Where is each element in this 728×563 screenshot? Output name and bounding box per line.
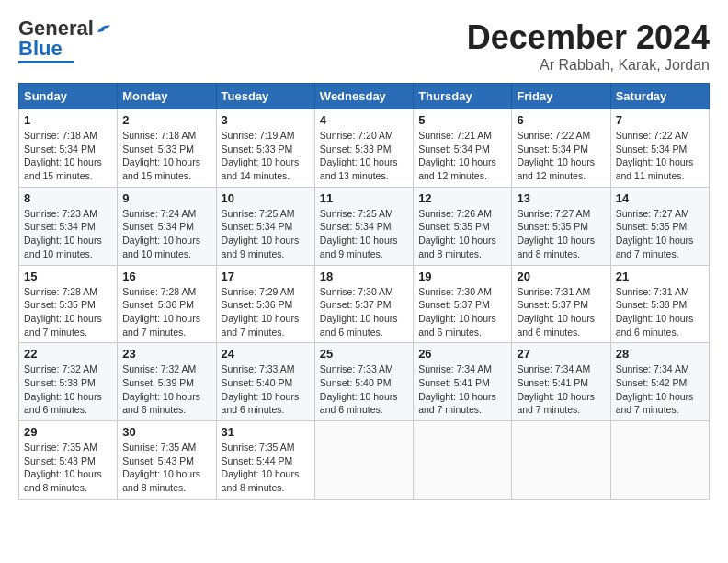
- calendar-day-cell: 31 Sunrise: 7:35 AM Sunset: 5:44 PM Dayl…: [216, 421, 314, 500]
- day-info: Sunrise: 7:27 AM Sunset: 5:35 PM Dayligh…: [517, 207, 605, 261]
- calendar-day-cell: 24 Sunrise: 7:33 AM Sunset: 5:40 PM Dayl…: [216, 343, 314, 421]
- day-info: Sunrise: 7:31 AM Sunset: 5:37 PM Dayligh…: [517, 285, 605, 339]
- day-number: 1: [24, 113, 112, 127]
- logo: General Blue: [18, 18, 112, 63]
- sunrise-label: Sunrise: 7:30 AM: [418, 286, 492, 297]
- sunset-label: Sunset: 5:35 PM: [24, 299, 96, 310]
- day-number: 21: [616, 270, 704, 283]
- daylight-label: Daylight: 10 hours and 6 minutes.: [320, 391, 398, 416]
- day-number: 31: [222, 425, 310, 439]
- day-number: 26: [418, 347, 506, 361]
- sunset-label: Sunset: 5:39 PM: [122, 377, 194, 388]
- calendar-day-cell: 30 Sunrise: 7:35 AM Sunset: 5:43 PM Dayl…: [118, 421, 216, 500]
- day-info: Sunrise: 7:34 AM Sunset: 5:41 PM Dayligh…: [517, 362, 605, 417]
- calendar-day-cell: 28 Sunrise: 7:34 AM Sunset: 5:42 PM Dayl…: [610, 343, 709, 421]
- day-info: Sunrise: 7:29 AM Sunset: 5:36 PM Dayligh…: [222, 285, 310, 339]
- daylight-label: Daylight: 10 hours and 8 minutes.: [222, 468, 300, 493]
- calendar-week-row: 1 Sunrise: 7:18 AM Sunset: 5:34 PM Dayli…: [19, 109, 710, 188]
- day-number: 7: [616, 113, 704, 127]
- day-info: Sunrise: 7:33 AM Sunset: 5:40 PM Dayligh…: [320, 362, 408, 417]
- day-number: 3: [222, 113, 310, 127]
- sunset-label: Sunset: 5:34 PM: [222, 221, 293, 232]
- title-section: December 2024 Ar Rabbah, Karak, Jordan: [467, 18, 710, 74]
- logo-underline: [18, 61, 74, 63]
- daylight-label: Daylight: 10 hours and 8 minutes.: [122, 468, 200, 493]
- day-number: 15: [24, 270, 112, 283]
- sunrise-label: Sunrise: 7:32 AM: [122, 363, 196, 374]
- day-number: 20: [517, 270, 605, 283]
- daylight-label: Daylight: 10 hours and 6 minutes.: [320, 313, 398, 338]
- day-info: Sunrise: 7:22 AM Sunset: 5:34 PM Dayligh…: [616, 129, 704, 183]
- sunrise-label: Sunrise: 7:35 AM: [222, 442, 295, 453]
- day-info: Sunrise: 7:20 AM Sunset: 5:33 PM Dayligh…: [320, 129, 408, 183]
- sunrise-label: Sunrise: 7:31 AM: [616, 286, 689, 297]
- sunrise-label: Sunrise: 7:34 AM: [418, 363, 492, 374]
- sunset-label: Sunset: 5:33 PM: [222, 144, 293, 155]
- calendar-day-cell: 9 Sunrise: 7:24 AM Sunset: 5:34 PM Dayli…: [118, 187, 216, 265]
- day-number: 9: [122, 191, 210, 205]
- calendar-day-cell: 11 Sunrise: 7:25 AM Sunset: 5:34 PM Dayl…: [314, 187, 413, 265]
- sunrise-label: Sunrise: 7:23 AM: [24, 208, 97, 219]
- daylight-label: Daylight: 10 hours and 7 minutes.: [222, 313, 300, 338]
- calendar-day-cell: 23 Sunrise: 7:32 AM Sunset: 5:39 PM Dayl…: [118, 343, 216, 421]
- calendar-day-cell: 10 Sunrise: 7:25 AM Sunset: 5:34 PM Dayl…: [216, 187, 314, 265]
- daylight-label: Daylight: 10 hours and 7 minutes.: [418, 391, 496, 416]
- day-number: 24: [222, 347, 310, 361]
- calendar-day-cell: 8 Sunrise: 7:23 AM Sunset: 5:34 PM Dayli…: [19, 187, 118, 265]
- sunrise-label: Sunrise: 7:27 AM: [616, 208, 689, 219]
- day-info: Sunrise: 7:30 AM Sunset: 5:37 PM Dayligh…: [418, 285, 506, 339]
- daylight-label: Daylight: 10 hours and 8 minutes.: [418, 235, 496, 259]
- sunrise-label: Sunrise: 7:34 AM: [517, 363, 590, 374]
- sunset-label: Sunset: 5:38 PM: [616, 299, 688, 310]
- calendar-day-cell: 26 Sunrise: 7:34 AM Sunset: 5:41 PM Dayl…: [414, 343, 512, 421]
- sunrise-label: Sunrise: 7:24 AM: [122, 208, 196, 219]
- calendar-week-row: 15 Sunrise: 7:28 AM Sunset: 5:35 PM Dayl…: [19, 265, 710, 343]
- calendar-day-cell: 13 Sunrise: 7:27 AM Sunset: 5:35 PM Dayl…: [512, 187, 610, 265]
- daylight-label: Daylight: 10 hours and 14 minutes.: [222, 156, 300, 181]
- calendar-day-cell: 2 Sunrise: 7:18 AM Sunset: 5:33 PM Dayli…: [118, 109, 216, 188]
- day-info: Sunrise: 7:19 AM Sunset: 5:33 PM Dayligh…: [222, 129, 310, 183]
- daylight-label: Daylight: 10 hours and 6 minutes.: [222, 391, 300, 416]
- daylight-label: Daylight: 10 hours and 13 minutes.: [320, 156, 398, 181]
- daylight-label: Daylight: 10 hours and 6 minutes.: [517, 313, 595, 338]
- calendar-day-cell: 15 Sunrise: 7:28 AM Sunset: 5:35 PM Dayl…: [19, 265, 118, 343]
- weekday-header-monday: Monday: [118, 84, 216, 109]
- day-info: Sunrise: 7:31 AM Sunset: 5:38 PM Dayligh…: [616, 285, 704, 339]
- daylight-label: Daylight: 10 hours and 12 minutes.: [418, 156, 496, 181]
- sunrise-label: Sunrise: 7:19 AM: [222, 130, 295, 141]
- daylight-label: Daylight: 10 hours and 7 minutes.: [24, 313, 102, 338]
- day-info: Sunrise: 7:18 AM Sunset: 5:33 PM Dayligh…: [122, 129, 210, 183]
- daylight-label: Daylight: 10 hours and 6 minutes.: [24, 391, 102, 416]
- daylight-label: Daylight: 10 hours and 7 minutes.: [616, 391, 694, 416]
- day-info: Sunrise: 7:25 AM Sunset: 5:34 PM Dayligh…: [222, 207, 310, 261]
- sunset-label: Sunset: 5:34 PM: [616, 144, 688, 155]
- day-info: Sunrise: 7:28 AM Sunset: 5:36 PM Dayligh…: [122, 285, 210, 339]
- empty-cell: [610, 421, 709, 500]
- sunrise-label: Sunrise: 7:32 AM: [24, 363, 97, 374]
- daylight-label: Daylight: 10 hours and 7 minutes.: [122, 313, 200, 338]
- day-info: Sunrise: 7:28 AM Sunset: 5:35 PM Dayligh…: [24, 285, 112, 339]
- day-info: Sunrise: 7:32 AM Sunset: 5:39 PM Dayligh…: [122, 362, 210, 417]
- sunset-label: Sunset: 5:35 PM: [418, 221, 490, 232]
- sunset-label: Sunset: 5:40 PM: [222, 377, 293, 388]
- sunrise-label: Sunrise: 7:22 AM: [517, 130, 590, 141]
- sunrise-label: Sunrise: 7:18 AM: [24, 130, 97, 141]
- weekday-header-saturday: Saturday: [610, 84, 709, 109]
- empty-cell: [512, 421, 610, 500]
- day-number: 12: [418, 191, 506, 205]
- day-number: 6: [517, 113, 605, 127]
- daylight-label: Daylight: 10 hours and 7 minutes.: [517, 391, 595, 416]
- daylight-label: Daylight: 10 hours and 7 minutes.: [616, 235, 694, 259]
- day-number: 17: [222, 270, 310, 283]
- day-info: Sunrise: 7:33 AM Sunset: 5:40 PM Dayligh…: [222, 362, 310, 417]
- calendar-day-cell: 7 Sunrise: 7:22 AM Sunset: 5:34 PM Dayli…: [610, 109, 709, 188]
- day-info: Sunrise: 7:22 AM Sunset: 5:34 PM Dayligh…: [517, 129, 605, 183]
- day-number: 4: [320, 113, 408, 127]
- day-info: Sunrise: 7:27 AM Sunset: 5:35 PM Dayligh…: [616, 207, 704, 261]
- logo-blue-text: Blue: [18, 37, 63, 60]
- day-info: Sunrise: 7:21 AM Sunset: 5:34 PM Dayligh…: [418, 129, 506, 183]
- sunrise-label: Sunrise: 7:35 AM: [24, 442, 97, 453]
- daylight-label: Daylight: 10 hours and 11 minutes.: [616, 156, 694, 181]
- sunset-label: Sunset: 5:37 PM: [517, 299, 588, 310]
- day-info: Sunrise: 7:35 AM Sunset: 5:44 PM Dayligh…: [222, 441, 310, 495]
